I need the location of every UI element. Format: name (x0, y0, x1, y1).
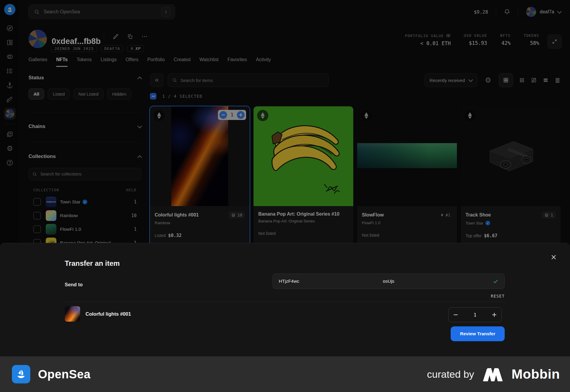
opensea-footer-logo-icon (12, 365, 30, 383)
curated-by-text: curated by (427, 369, 474, 380)
mobbin-logo-icon (482, 366, 504, 382)
item-name: Colorful lights #001 (86, 311, 131, 317)
send-to-label: Send to (65, 282, 83, 287)
increase-quantity-button[interactable] (492, 312, 497, 317)
quantity-value: 1 (474, 312, 476, 318)
transfer-modal: Transfer an item Send to HTjzF4wc osUjs … (0, 243, 570, 357)
item-thumbnail (65, 306, 80, 322)
opensea-app: ⚙ / $9.28 deaf7a (0, 0, 570, 392)
branding-footer: OpenSea curated by Mobbin (0, 356, 570, 392)
address-text-left: HTjzF4wc (279, 279, 299, 284)
send-to-input[interactable]: HTjzF4wc osUjs (273, 274, 505, 289)
decrease-quantity-button[interactable] (453, 312, 458, 317)
modal-title: Transfer an item (65, 259, 120, 268)
reset-link[interactable]: RESET (491, 294, 505, 298)
quantity-stepper: 1 (448, 307, 502, 322)
close-icon[interactable] (550, 254, 557, 260)
divider (65, 302, 505, 302)
review-transfer-button[interactable]: Review Transfer (451, 326, 505, 341)
opensea-wordmark: OpenSea (38, 368, 91, 381)
valid-check-icon (493, 279, 498, 284)
address-text-right: osUjs (383, 279, 395, 284)
transfer-item-row: Colorful lights #001 (65, 306, 131, 322)
mobbin-wordmark: Mobbin (512, 366, 560, 382)
